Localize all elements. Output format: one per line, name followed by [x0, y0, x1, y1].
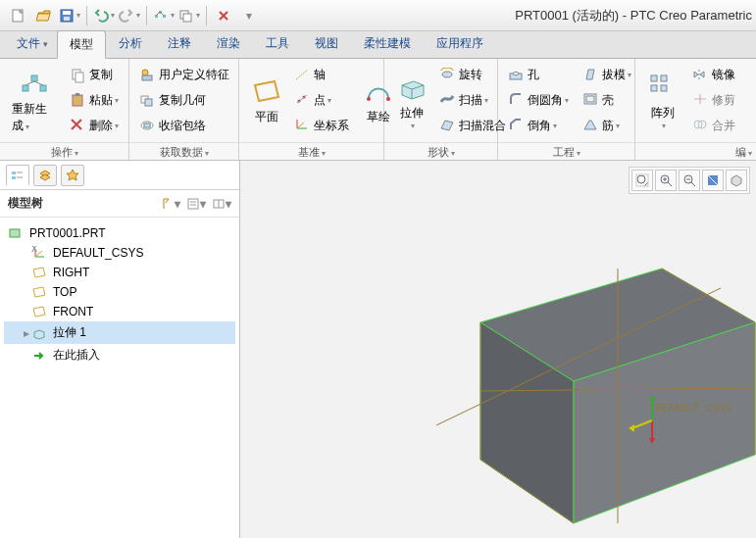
tab-tools[interactable]: 工具 [253, 29, 302, 58]
regen-icon[interactable] [153, 5, 175, 26]
svg-line-25 [297, 95, 307, 103]
point-button[interactable]: 点 [290, 90, 353, 111]
axis-button[interactable]: 轴 [290, 65, 353, 85]
ribbon-group-shape: 拉伸 旋转 扫描 扫描混合 形状 [384, 59, 498, 160]
svg-rect-51 [10, 229, 20, 237]
toolbar-dropdown-icon[interactable]: ▾ [238, 5, 260, 26]
zoom-out-icon[interactable] [679, 170, 700, 191]
save-icon[interactable] [59, 5, 80, 26]
trim-button[interactable]: 修剪 [688, 90, 739, 111]
group-label-datum[interactable]: 基准 [239, 142, 383, 160]
regenerate-button[interactable]: 重新生成 [6, 63, 62, 138]
tab-render[interactable]: 渲染 [204, 29, 253, 58]
svg-line-22 [296, 70, 308, 79]
tree-tool-settings-icon[interactable]: ▾ [161, 194, 180, 214]
csys-button[interactable]: 坐标系 [290, 116, 353, 136]
plane-button[interactable]: 平面 [245, 63, 288, 138]
tree-tab-model-icon[interactable] [6, 165, 29, 186]
csys-label: DEFAULT_CSYS [654, 402, 731, 415]
zoom-fit-icon[interactable] [631, 170, 653, 191]
hole-button[interactable]: 孔 [504, 65, 573, 85]
tree-header: 模型树 ▾ ▾ ▾ [0, 190, 239, 218]
svg-rect-42 [12, 171, 16, 174]
csys-icon: x [31, 246, 47, 260]
svg-rect-36 [651, 75, 657, 81]
tab-flex[interactable]: 柔性建模 [351, 29, 424, 58]
tab-model[interactable]: 模型 [57, 30, 106, 59]
svg-rect-2 [63, 11, 71, 15]
ribbon-group-ops: 重新生成 复制 粘贴 删除 操作 [0, 59, 129, 160]
new-icon[interactable] [8, 5, 29, 26]
svg-rect-38 [651, 85, 657, 91]
shrinkwrap-button[interactable]: 收缩包络 [135, 116, 233, 136]
main-area: 模型树 ▾ ▾ ▾ PRT0001.PRT xDEFAULT_CSYSRIGHT… [0, 161, 756, 538]
tree-node-4[interactable]: ▸拉伸 1 [4, 321, 235, 344]
svg-rect-19 [145, 99, 152, 106]
tree-node-5[interactable]: 在此插入 [4, 344, 235, 367]
redo-icon[interactable] [119, 5, 140, 26]
rib-button[interactable]: 筋 [579, 116, 635, 136]
udf-button[interactable]: 用户定义特征 [135, 65, 233, 85]
svg-point-33 [513, 72, 519, 74]
tab-view[interactable]: 视图 [302, 29, 351, 58]
group-label-data[interactable]: 获取数据 [129, 142, 238, 160]
group-label-eng[interactable]: 工程 [498, 142, 634, 160]
windows-icon[interactable] [178, 5, 200, 26]
expander-icon[interactable]: ▸ [22, 326, 31, 340]
chamfer-button[interactable]: 倒角 [504, 116, 573, 136]
ribbon-group-eng: 孔 倒圆角 倒角 拔模 壳 筋 工程 [498, 59, 635, 160]
tree-tool-show-icon[interactable]: ▾ [212, 194, 231, 214]
tab-apps[interactable]: 应用程序 [424, 29, 496, 58]
tree-body: PRT0001.PRT xDEFAULT_CSYSRIGHTTOPFRONT▸拉… [0, 218, 239, 538]
svg-rect-3 [64, 17, 70, 21]
tree-node-1[interactable]: RIGHT [4, 263, 235, 282]
tree-tab-bar [0, 161, 239, 190]
tab-analysis[interactable]: 分析 [106, 29, 155, 58]
svg-line-57 [644, 182, 648, 186]
tree-tab-layers-icon[interactable] [33, 165, 57, 186]
close-icon[interactable] [213, 5, 234, 26]
insert-icon [31, 349, 47, 363]
extrude-icon [31, 326, 47, 340]
tab-annotate[interactable]: 注释 [155, 29, 204, 58]
viewport[interactable]: DEFAULT_CSYS [240, 161, 756, 538]
merge-button[interactable]: 合并 [688, 116, 739, 136]
group-label-edit[interactable]: 编 [635, 142, 756, 160]
mirror-button[interactable]: 镜像 [688, 65, 739, 85]
tree-node-3[interactable]: FRONT [4, 302, 235, 321]
delete-button[interactable]: 删除 [66, 116, 123, 136]
paste-button[interactable]: 粘贴 [66, 90, 123, 111]
ribbon-group-data: 用户定义特征 复制几何 收缩包络 获取数据 [129, 59, 239, 160]
copy-button[interactable]: 复制 [66, 65, 123, 85]
tree-tool-filter-icon[interactable]: ▾ [186, 194, 206, 214]
undo-icon[interactable] [93, 5, 115, 26]
svg-rect-35 [586, 96, 594, 102]
tree-tab-fav-icon[interactable] [61, 165, 84, 186]
tab-file[interactable]: 文件 [8, 29, 57, 58]
shell-button[interactable]: 壳 [579, 90, 635, 111]
svg-rect-8 [183, 14, 191, 22]
plane-icon [31, 266, 47, 279]
model-geometry [368, 229, 756, 538]
tree-node-2[interactable]: TOP [4, 282, 235, 302]
viewport-toolbar [629, 167, 750, 194]
svg-rect-17 [142, 75, 152, 80]
svg-rect-39 [661, 85, 667, 91]
svg-rect-46 [188, 199, 198, 209]
extrude-button[interactable]: 拉伸 [390, 63, 433, 138]
draft-button[interactable]: 拔模 [579, 65, 635, 85]
copygeom-button[interactable]: 复制几何 [135, 90, 233, 111]
regenerate-label: 重新生成 [12, 101, 56, 134]
zoom-in-icon[interactable] [655, 170, 677, 191]
group-label-ops[interactable]: 操作 [0, 142, 128, 160]
pattern-button[interactable]: 阵列 [641, 63, 684, 138]
tree-node-0[interactable]: xDEFAULT_CSYS [4, 243, 235, 263]
ribbon-tab-strip: 文件 模型 分析 注释 渲染 工具 视图 柔性建模 应用程序 [0, 31, 756, 59]
display-style-icon[interactable] [726, 170, 747, 191]
svg-rect-43 [12, 176, 16, 179]
group-label-shape[interactable]: 形状 [384, 142, 497, 160]
tree-root[interactable]: PRT0001.PRT [4, 223, 235, 243]
round-button[interactable]: 倒圆角 [504, 90, 573, 111]
repaint-icon[interactable] [702, 170, 724, 191]
open-icon[interactable] [33, 5, 55, 26]
